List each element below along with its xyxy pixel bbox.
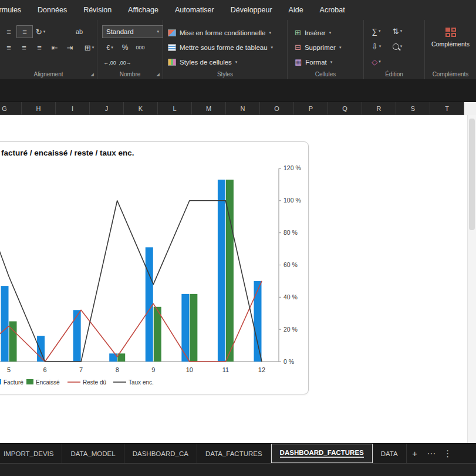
column-header-I[interactable]: I (56, 102, 90, 114)
ribbon-tab-formules[interactable]: Formules (0, 0, 29, 20)
decrease-decimal-button[interactable]: ,00→ (117, 57, 133, 69)
align-right-button[interactable]: ≡ (32, 42, 47, 53)
chevron-down-icon: ▾ (400, 29, 403, 33)
format-as-table-label: Mettre sous forme de tableau (180, 44, 268, 51)
delete-cells-button[interactable]: ⊟ Supprimer ▾ (295, 40, 363, 55)
ribbon-tab-révision[interactable]: Révision (75, 0, 120, 20)
group-cells: ⊞ Insérer ▾ ⊟ Supprimer ▾ ▦ Format ▾ Cel… (288, 20, 364, 79)
column-header-R[interactable]: R (362, 102, 396, 114)
align-middle-icon: ≡ (22, 28, 27, 36)
eraser-icon: ◇ (372, 58, 377, 66)
ribbon-tab-données[interactable]: Données (29, 0, 75, 20)
chevron-down-icon: ▾ (92, 45, 94, 50)
orientation-button[interactable]: ↻▾ (33, 26, 48, 38)
align-top-button[interactable]: ≡ (1, 26, 16, 38)
chart[interactable]: 0 %20 %40 %60 %80 %100 %120 %45678910111… (0, 141, 311, 394)
number-dialog-launcher[interactable]: ◢ (157, 72, 160, 77)
sheet-tab-data_factures[interactable]: DATA_FACTURES (197, 444, 271, 463)
x-axis-label: 6 (43, 366, 47, 373)
sort-filter-button[interactable]: ⇅▾ (390, 25, 405, 37)
chevron-down-icon: ▾ (330, 60, 333, 65)
autosum-button[interactable]: ∑▾ (369, 25, 384, 37)
cell-styles-button[interactable]: Styles de cellules ▾ (168, 55, 287, 69)
column-header-Q[interactable]: Q (328, 102, 362, 114)
sheet-menu-button[interactable]: ⋮ (440, 444, 456, 463)
bar-facturé[interactable] (146, 247, 153, 362)
find-select-button[interactable]: ▾ (390, 40, 405, 52)
increase-decimal-button[interactable]: ←,00 (102, 57, 117, 69)
scrollbar-thumb[interactable] (469, 119, 475, 230)
conditional-formatting-button[interactable]: Mise en forme conditionnelle ▾ (168, 25, 287, 40)
y-tick-label: 80 % (283, 229, 298, 236)
x-axis-label: 10 (186, 366, 193, 373)
cell-styles-label: Styles de cellules (180, 59, 232, 66)
merge-center-button[interactable]: ⊞▾ (82, 42, 97, 53)
increase-indent-button[interactable]: ⇥ (62, 42, 77, 53)
format-as-table-button[interactable]: Mettre sous forme de tableau ▾ (168, 40, 287, 55)
add-sheet-button[interactable]: + (407, 444, 423, 463)
ribbon-tab-automatiser[interactable]: Automatiser (167, 0, 222, 20)
more-sheets-button[interactable]: ⋯ (423, 444, 440, 463)
align-right-icon: ≡ (37, 43, 42, 52)
column-header-G[interactable]: G (0, 102, 22, 114)
insert-cells-button[interactable]: ⊞ Insérer ▾ (295, 25, 363, 40)
x-axis-label: 12 (258, 366, 265, 373)
format-cells-icon: ▦ (295, 58, 302, 66)
align-middle-button[interactable]: ≡ (16, 25, 33, 38)
fill-button[interactable]: ⇩▾ (369, 40, 384, 52)
chevron-down-icon: ▾ (271, 45, 274, 50)
alignment-dialog-launcher[interactable]: ◢ (91, 72, 94, 77)
currency-format-button[interactable]: €▾ (102, 42, 117, 53)
sheet-tab-import_devis[interactable]: IMPORT_DEVIS (0, 444, 62, 463)
chevron-down-icon: ▾ (235, 60, 238, 65)
bar-encaissé[interactable] (190, 294, 197, 362)
align-left-button[interactable]: ≡ (1, 42, 16, 53)
align-center-button[interactable]: ≡ (16, 42, 32, 53)
format-as-table-icon (168, 44, 176, 51)
column-header-T[interactable]: T (430, 102, 464, 114)
column-header-O[interactable]: O (260, 102, 294, 114)
addins-button[interactable]: Compléments (431, 25, 470, 48)
chevron-down-icon: ▾ (111, 45, 113, 50)
sheet-tab-bar: IMPORT_DEVISDATA_MODELDASHBOARD_CADATA_F… (0, 443, 476, 463)
worksheet-grid[interactable]: facturé / encaissé / reste / taux enc. 0… (0, 115, 476, 443)
percent-style-button[interactable]: % (117, 42, 133, 53)
number-format-select[interactable]: Standard ▾ (102, 25, 163, 38)
ribbon: FormulesDonnéesRévisionAffichageAutomati… (0, 0, 476, 80)
chevron-down-icon: ▾ (339, 45, 342, 50)
ribbon-tab-acrobat[interactable]: Acrobat (312, 0, 353, 20)
comma-style-button[interactable]: 000 (133, 42, 148, 53)
y-tick-label: 40 % (283, 293, 298, 301)
bar-facturé[interactable] (218, 180, 225, 362)
decrease-indent-button[interactable]: ⇤ (47, 42, 62, 53)
alignment-group-label: Alignement (0, 71, 97, 77)
wrap-text-button[interactable]: ab (72, 26, 87, 38)
formula-bar-area[interactable] (0, 79, 476, 102)
ribbon-tab-aide[interactable]: Aide (281, 0, 312, 20)
column-header-K[interactable]: K (124, 102, 158, 114)
bar-facturé[interactable] (1, 286, 9, 362)
sheet-tab-data_model[interactable]: DATA_MODEL (62, 444, 124, 463)
bar-facturé[interactable] (73, 310, 81, 362)
sheet-tab-dashboard_ca[interactable]: DASHBOARD_CA (124, 444, 197, 463)
ribbon-tab-affichage[interactable]: Affichage (120, 0, 167, 20)
bar-facturé[interactable] (254, 281, 261, 362)
format-cells-button[interactable]: ▦ Format ▾ (295, 55, 363, 69)
column-header-H[interactable]: H (22, 102, 56, 114)
delete-cells-icon: ⊟ (295, 43, 301, 52)
ribbon-tab-développeur[interactable]: Développeur (222, 0, 281, 20)
column-header-S[interactable]: S (396, 102, 430, 114)
sheet-tab-data[interactable]: DATA (373, 444, 407, 463)
y-tick-label: 0 % (283, 358, 294, 365)
sheet-tab-dashboard_factures[interactable]: DASHBOARD_FACTURES (271, 444, 373, 463)
insert-cells-icon: ⊞ (295, 28, 301, 37)
column-header-J[interactable]: J (90, 102, 124, 114)
clear-button[interactable]: ◇▾ (369, 56, 384, 67)
vertical-scrollbar[interactable] (467, 115, 476, 443)
column-header-M[interactable]: M (192, 102, 226, 114)
column-header-N[interactable]: N (226, 102, 260, 114)
column-header-L[interactable]: L (158, 102, 192, 114)
sheet-tab-label: IMPORT_DEVIS (4, 450, 53, 457)
ribbon-tab-bar: FormulesDonnéesRévisionAffichageAutomati… (0, 0, 476, 20)
column-header-P[interactable]: P (294, 102, 328, 114)
